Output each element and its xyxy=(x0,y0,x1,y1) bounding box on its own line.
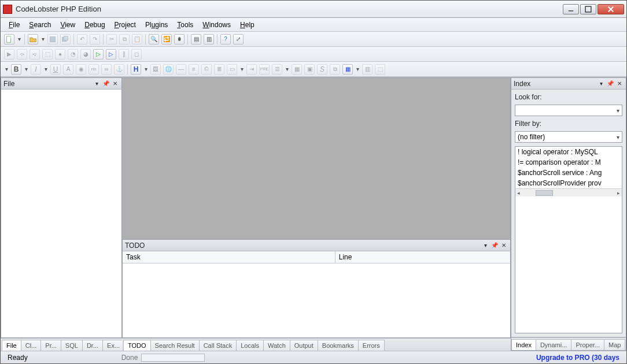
tab-bookmarks[interactable]: Bookmarks xyxy=(318,340,359,351)
div-button[interactable]: ▭ xyxy=(227,64,237,75)
tab-search-result[interactable]: Search Result xyxy=(150,340,200,351)
save-button[interactable] xyxy=(47,34,58,44)
debug-step-over-button[interactable]: ⤼ xyxy=(17,49,27,60)
color-icon[interactable]: ◉ xyxy=(76,64,86,75)
debug-pause-button[interactable]: ‖ xyxy=(119,49,129,60)
image-icon[interactable]: 🖼 xyxy=(150,64,161,75)
menu-search[interactable]: Search xyxy=(24,20,56,30)
save-all-button[interactable] xyxy=(60,34,71,44)
dropdown-icon[interactable]: ▾ xyxy=(24,64,28,75)
debug-stop2-button[interactable]: ◻ xyxy=(131,49,142,60)
tab-watch[interactable]: Watch xyxy=(263,340,290,351)
tab-sql[interactable]: SQL xyxy=(61,340,83,351)
underline-button[interactable]: U xyxy=(50,64,61,75)
dropdown-icon[interactable]: ▾ xyxy=(285,64,289,75)
pre-button[interactable]: PRE xyxy=(259,64,270,75)
horizontal-scrollbar[interactable]: ◂ ▸ xyxy=(515,188,622,196)
tab-index[interactable]: Index xyxy=(511,339,536,350)
close-button[interactable] xyxy=(598,4,624,14)
style-button[interactable]: ⧉ xyxy=(330,64,340,75)
cut-button[interactable]: ✂ xyxy=(106,34,117,44)
menu-windows[interactable]: Windows xyxy=(198,20,235,30)
find-button[interactable]: 🔍 xyxy=(149,34,159,44)
debug-breakpoints-button[interactable]: ◕ xyxy=(80,49,91,60)
menu-plugins[interactable]: Plugins xyxy=(141,20,172,30)
align-left-icon[interactable]: ≡ xyxy=(189,64,199,75)
menu-view[interactable]: View xyxy=(56,20,80,30)
todo-col-task[interactable]: Task xyxy=(123,251,335,263)
dropdown-icon[interactable]: ▾ xyxy=(239,64,244,75)
bold-button[interactable]: ▾ xyxy=(4,64,9,75)
close-icon[interactable]: ✕ xyxy=(615,80,624,88)
tab-class[interactable]: Cl... xyxy=(21,340,42,351)
hr-button[interactable]: — xyxy=(176,64,186,75)
embed-button[interactable]: ▥ xyxy=(362,64,372,75)
comment-button[interactable]: © xyxy=(201,64,212,75)
find-replace-button[interactable]: 🔁 xyxy=(161,34,172,44)
menu-file[interactable]: File xyxy=(4,20,24,30)
toggle-panel2-button[interactable]: ▥ xyxy=(204,34,214,44)
panel-menu-icon[interactable]: ▾ xyxy=(481,242,489,250)
close-icon[interactable]: ✕ xyxy=(500,242,508,250)
list-item[interactable]: $anchorScrollProvider prov xyxy=(515,178,622,188)
tab-errors[interactable]: Errors xyxy=(358,340,385,351)
debug-breakpoint-button[interactable]: ◔ xyxy=(68,49,78,60)
pin-icon[interactable]: 📌 xyxy=(606,80,614,88)
list-item[interactable]: ! logical operator : MySQL xyxy=(515,147,622,157)
php-button[interactable]: ▦ xyxy=(342,64,353,75)
scroll-left-icon[interactable]: ◂ xyxy=(515,190,522,196)
fullscreen-button[interactable]: ⤢ xyxy=(233,34,244,44)
dropdown-icon[interactable]: ▾ xyxy=(40,34,45,44)
debug-step-into-button[interactable]: ⤽ xyxy=(29,49,40,60)
list-item[interactable]: $anchorScroll service : Ang xyxy=(515,168,622,178)
upgrade-link[interactable]: Upgrade to PRO (30 days xyxy=(533,354,623,362)
list-icon[interactable]: ☰ xyxy=(272,64,282,75)
tab-todo[interactable]: TODO xyxy=(123,340,151,351)
tab-locals[interactable]: Locals xyxy=(236,340,264,351)
form-button[interactable]: ▣ xyxy=(304,64,315,75)
tab-map[interactable]: Map xyxy=(604,339,625,350)
open-button[interactable] xyxy=(28,34,38,44)
dropdown-icon[interactable]: ▾ xyxy=(143,64,148,75)
align-center-icon[interactable]: ≣ xyxy=(214,64,224,75)
tab-dr[interactable]: Dr... xyxy=(82,340,103,351)
help-button[interactable]: ? xyxy=(220,34,231,44)
tab-output[interactable]: Output xyxy=(290,340,318,351)
italic-button[interactable]: I xyxy=(31,64,41,75)
menu-project[interactable]: Project xyxy=(110,20,141,30)
editor-area[interactable] xyxy=(122,77,511,240)
tab-ex[interactable]: Ex... xyxy=(102,340,124,351)
find-in-files-button[interactable]: ⧯ xyxy=(174,34,185,44)
script-button[interactable]: S xyxy=(317,64,327,75)
bold-button[interactable]: B xyxy=(11,64,21,75)
panel-menu-icon[interactable]: ▾ xyxy=(597,80,605,88)
menu-debug[interactable]: Debug xyxy=(80,20,109,30)
table-icon[interactable]: ▦ xyxy=(292,64,302,75)
font-button[interactable]: A xyxy=(63,64,73,75)
nbsp-button[interactable]: nb xyxy=(88,64,99,75)
tab-properties[interactable]: Proper... xyxy=(571,339,604,350)
heading-button[interactable]: H xyxy=(131,64,141,75)
world-icon[interactable]: 🌐 xyxy=(163,64,174,75)
new-file-button[interactable] xyxy=(4,34,14,44)
paste-button[interactable]: 📋 xyxy=(132,34,142,44)
anchor-icon[interactable]: ⚓ xyxy=(114,64,124,75)
dropdown-icon[interactable]: ▾ xyxy=(17,34,21,44)
dropdown-icon[interactable]: ▾ xyxy=(43,64,48,75)
close-icon[interactable]: ✕ xyxy=(111,80,119,88)
todo-col-line[interactable]: Line xyxy=(335,251,510,263)
object-button[interactable]: ⬚ xyxy=(375,64,385,75)
pin-icon[interactable]: 📌 xyxy=(102,80,110,88)
menu-tools[interactable]: Tools xyxy=(172,20,198,30)
debug-step-out-button[interactable]: ⬚ xyxy=(42,49,53,60)
minimize-button[interactable] xyxy=(563,4,579,14)
pin-icon[interactable]: 📌 xyxy=(490,242,499,250)
copy-button[interactable]: ⧉ xyxy=(119,34,130,44)
debug-stop-button[interactable]: ● xyxy=(55,49,65,60)
debug-start-button[interactable]: ▷ xyxy=(106,49,116,60)
index-listbox[interactable]: ! logical operator : MySQL != comparison… xyxy=(515,146,622,333)
look-for-input[interactable]: ▾ xyxy=(515,105,622,116)
menu-help[interactable]: Help xyxy=(235,20,259,30)
tab-project[interactable]: Pr... xyxy=(40,340,61,351)
dropdown-icon[interactable]: ▾ xyxy=(355,64,360,75)
